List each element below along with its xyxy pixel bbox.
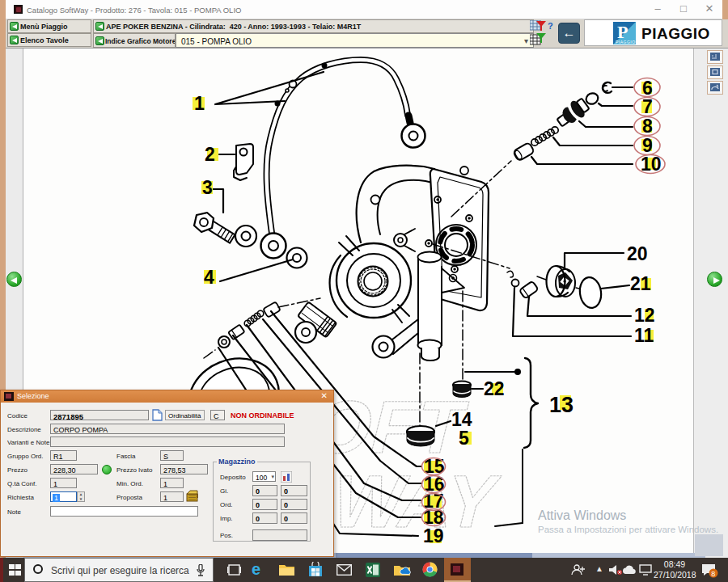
svg-text:4: 4 <box>204 267 214 288</box>
svg-text:?: ? <box>548 21 553 31</box>
svg-text:2: 2 <box>205 144 215 165</box>
svg-text:1: 1 <box>194 93 205 114</box>
svg-text:19: 19 <box>423 525 444 546</box>
svg-text:11: 11 <box>634 325 654 346</box>
svg-text:12: 12 <box>634 305 655 326</box>
svg-text:8: 8 <box>642 116 653 137</box>
svg-text:3: 3 <box>202 177 213 198</box>
svg-text:21: 21 <box>630 273 651 294</box>
svg-text:14: 14 <box>451 409 472 430</box>
svg-text:8: 8 <box>711 570 715 578</box>
svg-text:22: 22 <box>484 378 505 399</box>
svg-text:5: 5 <box>459 428 469 449</box>
svg-text:13: 13 <box>549 393 574 417</box>
svg-text:7: 7 <box>642 96 653 117</box>
svg-text:20: 20 <box>627 243 648 264</box>
